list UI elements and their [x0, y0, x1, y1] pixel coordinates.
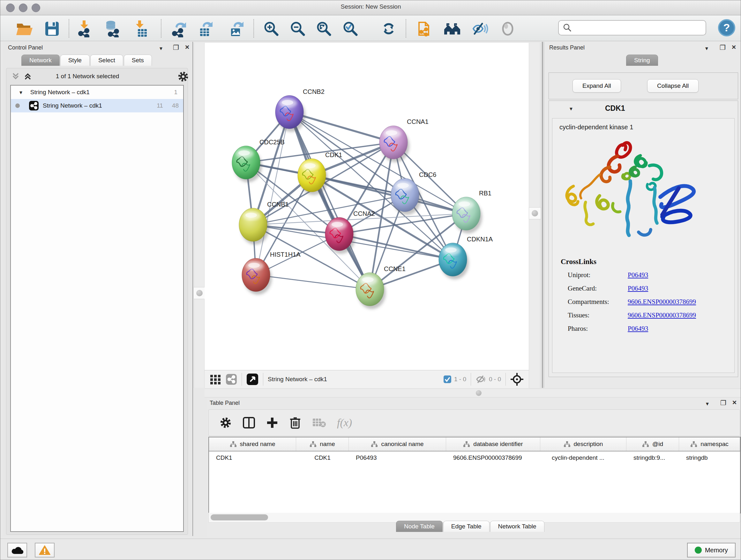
import-table-file-button[interactable]: [132, 20, 150, 38]
tab-style[interactable]: Style: [60, 55, 90, 66]
separator: [263, 373, 263, 386]
network-node-CCNB1[interactable]: [239, 208, 269, 245]
network-node-CDC25B[interactable]: [232, 146, 262, 182]
zoom-out-button[interactable]: [289, 20, 307, 38]
memory-button[interactable]: Memory: [687, 543, 736, 557]
collection-label: String Network – cdk1: [30, 89, 90, 96]
crosslink-link[interactable]: 9606.ENSP00000378699: [628, 311, 696, 319]
node-label-CCNA1: CCNA1: [407, 118, 428, 125]
network-node-CDC6[interactable]: [391, 179, 421, 215]
export-table-button[interactable]: [197, 20, 214, 38]
results-panel-close-button[interactable]: ✕: [731, 44, 736, 51]
column-header-database-identifier[interactable]: database identifier: [446, 437, 540, 451]
scrollbar-thumb[interactable]: [211, 514, 268, 520]
toolbar-separator: [161, 19, 161, 38]
fit-selected-crosshair-icon[interactable]: [510, 373, 524, 386]
column-header-description[interactable]: description: [540, 437, 626, 451]
zoom-in-button[interactable]: [262, 20, 280, 38]
crosslink-label: Compartments:: [568, 298, 628, 306]
apply-layout-button[interactable]: [380, 20, 398, 38]
entry-detail-box: cyclin-dependent kinase 1: [552, 118, 735, 373]
right-splitter-handle[interactable]: [529, 207, 541, 219]
network-node-RB1[interactable]: [452, 197, 482, 233]
tab-edge-table[interactable]: Edge Table: [443, 521, 489, 532]
results-panel-float-button[interactable]: ❐: [720, 44, 726, 51]
table-panel-float-button[interactable]: ❐: [720, 399, 726, 407]
show-details-button[interactable]: [499, 20, 517, 38]
control-panel-float-menu[interactable]: ▼: [158, 46, 163, 51]
birdseye-view-icon[interactable]: [246, 373, 259, 385]
hide-details-button[interactable]: [471, 20, 489, 38]
tab-network-table[interactable]: Network Table: [490, 521, 544, 532]
crosslink-label: GeneCard:: [568, 285, 628, 293]
network-view-mode-icon[interactable]: [226, 374, 237, 385]
help-button[interactable]: ?: [718, 19, 736, 37]
network-canvas[interactable]: CCNB2CCNA1CDC25BCDK1CDC6RB1CCNB1CCNA2CDK…: [205, 43, 529, 370]
add-column-icon[interactable]: [266, 417, 278, 429]
import-network-database-button[interactable]: [103, 20, 121, 38]
column-header-shared-name[interactable]: shared name: [209, 437, 296, 451]
warning-button[interactable]: [35, 543, 55, 557]
zoom-selected-button[interactable]: [341, 20, 359, 38]
control-panel-float-button[interactable]: ❐: [173, 44, 179, 51]
network-node-CCNA1[interactable]: [380, 126, 409, 162]
table-settings-gear-icon[interactable]: [219, 417, 232, 429]
column-header--id[interactable]: @id: [626, 437, 679, 451]
collapse-all-button[interactable]: Collapse All: [647, 79, 698, 92]
show-column-icon[interactable]: [243, 416, 255, 429]
entry-collapse-caret[interactable]: ▼: [569, 106, 574, 111]
table-panel-close-button[interactable]: ✕: [732, 399, 737, 406]
collection-expand-caret[interactable]: ▼: [18, 90, 23, 95]
hidden-eye-icon[interactable]: [475, 374, 486, 384]
network-node-CCNB2[interactable]: [275, 96, 306, 132]
search-input[interactable]: [572, 24, 701, 32]
node-label-HIST1H1A: HIST1H1A: [270, 251, 300, 258]
left-splitter[interactable]: [194, 43, 205, 388]
expand-all-button[interactable]: Expand All: [572, 79, 621, 92]
crosslink-row: Uniprot:P06493: [568, 271, 727, 279]
delete-column-icon[interactable]: [289, 416, 301, 429]
bottom-splitter-handle[interactable]: [476, 390, 482, 396]
home-button[interactable]: [444, 20, 461, 38]
tab-network[interactable]: Network: [21, 55, 60, 66]
crosslink-link[interactable]: P06493: [628, 285, 648, 293]
crosslink-link[interactable]: P06493: [628, 271, 648, 279]
table-row[interactable]: CDK1CDK1P064939606.ENSP00000378699cyclin…: [209, 451, 740, 464]
control-panel-title: Control Panel: [8, 44, 43, 51]
node-label-CCNB2: CCNB2: [303, 88, 325, 95]
cloud-button[interactable]: [7, 543, 27, 557]
table-tabs: Node TableEdge TableNetwork Table: [396, 521, 545, 532]
right-splitter[interactable]: [529, 43, 540, 388]
string-network-icon: [29, 101, 39, 111]
crosslink-link[interactable]: P06493: [628, 325, 648, 333]
bottom-splitter[interactable]: [205, 388, 741, 397]
network-node-CDK1[interactable]: [298, 159, 328, 195]
crosslink-link[interactable]: 9606.ENSP00000378699: [628, 298, 696, 306]
tab-select[interactable]: Select: [90, 55, 123, 66]
results-panel-float-menu[interactable]: ▼: [704, 46, 709, 51]
column-header-name[interactable]: name: [296, 437, 349, 451]
export-network-button[interactable]: [170, 20, 188, 38]
zoom-fit-button[interactable]: [315, 20, 333, 38]
left-splitter-handle[interactable]: [193, 287, 205, 299]
tab-node-table[interactable]: Node Table: [396, 521, 443, 532]
table-panel-float-menu[interactable]: ▼: [705, 401, 710, 407]
network-row[interactable]: String Network – cdk1 11 48: [11, 99, 183, 112]
network-collection-row[interactable]: ▼ String Network – cdk1 1: [11, 85, 183, 99]
column-header-canonical-name[interactable]: canonical name: [349, 437, 446, 451]
network-options-gear-icon[interactable]: [178, 71, 189, 82]
grid-view-icon[interactable]: [210, 374, 221, 385]
selected-checkbox-icon[interactable]: [443, 375, 452, 383]
open-session-button[interactable]: [16, 20, 33, 38]
network-node-CDKN1A[interactable]: [439, 243, 469, 279]
column-header-namespac[interactable]: namespac: [679, 437, 740, 451]
import-network-file-button[interactable]: [75, 20, 93, 38]
tab-sets[interactable]: Sets: [124, 55, 152, 66]
tab-string[interactable]: String: [626, 55, 658, 66]
export-image-button[interactable]: [227, 20, 246, 38]
share-file-button[interactable]: [416, 20, 434, 38]
network-node-HIST1H1A[interactable]: [242, 258, 272, 295]
save-session-button[interactable]: [43, 20, 61, 38]
network-node-CCNE1[interactable]: [356, 273, 386, 309]
control-panel-close-button[interactable]: ✕: [185, 44, 190, 51]
